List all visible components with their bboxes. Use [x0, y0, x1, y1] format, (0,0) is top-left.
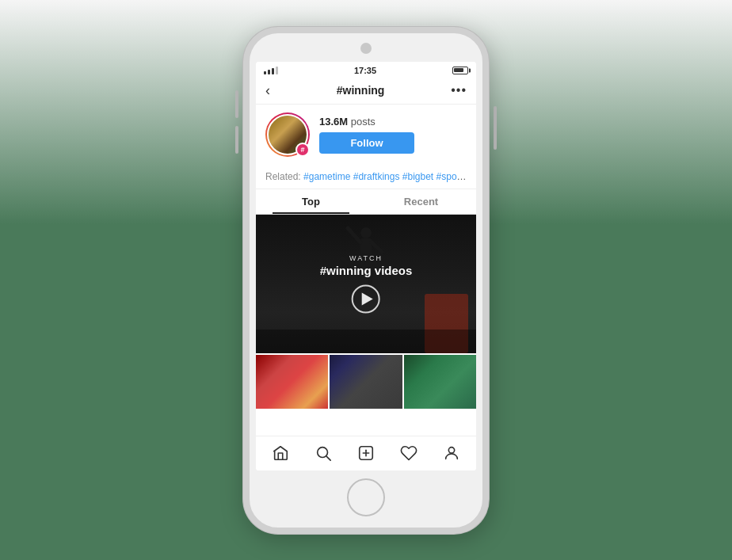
signal-indicator: [264, 67, 278, 74]
related-tag-1[interactable]: #gametime: [303, 171, 350, 182]
content-area: WATCH #winning videos: [256, 215, 476, 409]
svg-line-9: [326, 456, 330, 460]
home-icon: [272, 444, 289, 462]
grid-image-1[interactable]: [256, 355, 328, 409]
person-icon: [443, 444, 460, 462]
battery-indicator: [452, 67, 468, 74]
search-nav-item[interactable]: [309, 439, 337, 467]
more-options-button[interactable]: •••: [451, 83, 467, 97]
play-triangle-icon: [362, 293, 373, 306]
page-background: 17:35 ‹ #winning •••: [0, 0, 732, 560]
navigation-bar: ‹ #winning •••: [256, 78, 476, 105]
posts-count: 13.6M posts: [319, 116, 467, 128]
hashtag-badge: #: [295, 143, 310, 157]
back-button[interactable]: ‹: [265, 82, 270, 99]
heart-nav-item[interactable]: [395, 439, 423, 467]
related-tag-3[interactable]: #bigbet: [402, 171, 433, 182]
hero-video[interactable]: WATCH #winning videos: [256, 215, 476, 353]
phone-mockup: 17:35 ‹ #winning •••: [243, 27, 489, 534]
power-button: [494, 106, 497, 150]
volume-down-button: [235, 126, 238, 154]
related-tags: Related: #gametime #draftkings #bigbet #…: [256, 165, 476, 189]
signal-bar-4: [276, 67, 278, 74]
related-tag-4[interactable]: #sports: [437, 171, 467, 182]
battery-fill: [454, 68, 463, 72]
svg-point-13: [448, 448, 454, 453]
tab-top[interactable]: Top: [256, 189, 366, 214]
volume-up-button: [235, 90, 238, 118]
image-grid: [256, 353, 476, 409]
heart-icon: [400, 444, 417, 462]
svg-point-0: [360, 227, 372, 238]
tab-recent[interactable]: Recent: [366, 189, 476, 214]
hero-hashtag: #winning videos: [320, 264, 413, 277]
signal-bar-3: [272, 68, 274, 74]
profile-section: # 13.6M posts Follow: [256, 105, 476, 165]
svg-rect-1: [360, 238, 372, 256]
phone-frame: 17:35 ‹ #winning •••: [243, 27, 489, 534]
content-tabs: Top Recent: [256, 189, 476, 215]
grid-image-3[interactable]: [404, 355, 476, 409]
status-bar: 17:35: [256, 62, 476, 78]
related-label: Related:: [265, 171, 301, 182]
related-tag-2[interactable]: #draftkings: [353, 171, 400, 182]
battery-icon: [452, 67, 468, 74]
profile-nav-item[interactable]: [437, 439, 466, 467]
profile-info: 13.6M posts Follow: [319, 116, 467, 154]
page-title: #winning: [337, 84, 385, 97]
watch-label: WATCH: [320, 254, 413, 262]
grid-image-2[interactable]: [330, 355, 402, 409]
home-nav-item[interactable]: [266, 439, 295, 467]
floor-shadow: [256, 330, 476, 353]
signal-bar-1: [264, 71, 266, 74]
avatar-wrapper: #: [265, 112, 310, 157]
play-button[interactable]: [352, 285, 380, 314]
video-label: WATCH #winning videos: [320, 254, 413, 314]
svg-line-3: [372, 242, 382, 252]
follow-button[interactable]: Follow: [319, 132, 414, 154]
signal-bar-2: [268, 70, 270, 74]
svg-line-2: [348, 228, 360, 242]
bottom-nav: [256, 436, 476, 470]
phone-screen: 17:35 ‹ #winning •••: [256, 62, 476, 470]
status-time: 17:35: [354, 66, 376, 75]
search-icon: [315, 444, 332, 462]
plus-icon: [357, 444, 375, 462]
add-nav-item[interactable]: [352, 439, 380, 467]
